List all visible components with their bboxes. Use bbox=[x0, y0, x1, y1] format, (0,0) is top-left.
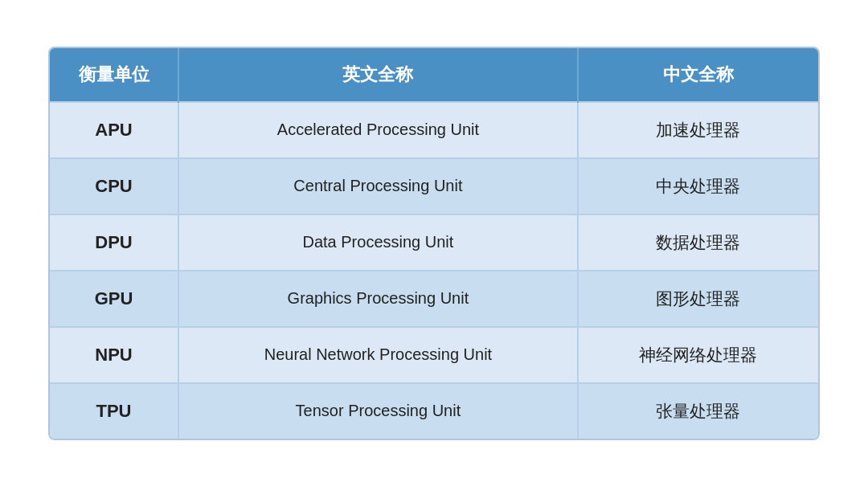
abbr-column-header: 衡量单位 bbox=[50, 48, 178, 102]
chinese-cell: 中央处理器 bbox=[578, 158, 818, 214]
abbr-cell: CPU bbox=[50, 158, 178, 214]
chinese-cell: 数据处理器 bbox=[578, 214, 818, 271]
english-cell: Tensor Processing Unit bbox=[178, 383, 578, 439]
english-cell: Accelerated Processing Unit bbox=[178, 102, 578, 158]
table-row: TPUTensor Processing Unit张量处理器 bbox=[50, 383, 818, 439]
table-row: NPUNeural Network Processing Unit神经网络处理器 bbox=[50, 327, 818, 383]
table-header: 衡量单位 英文全称 中文全称 bbox=[50, 48, 818, 102]
english-column-header: 英文全称 bbox=[178, 48, 578, 102]
english-cell: Neural Network Processing Unit bbox=[178, 327, 578, 383]
chinese-cell: 张量处理器 bbox=[578, 383, 818, 439]
abbr-cell: GPU bbox=[50, 271, 178, 327]
chinese-column-header: 中文全称 bbox=[578, 48, 818, 102]
abbr-cell: DPU bbox=[50, 214, 178, 271]
abbr-cell: NPU bbox=[50, 327, 178, 383]
english-cell: Data Processing Unit bbox=[178, 214, 578, 271]
table-row: GPUGraphics Processing Unit图形处理器 bbox=[50, 271, 818, 327]
chinese-cell: 神经网络处理器 bbox=[578, 327, 818, 383]
table-row: APUAccelerated Processing Unit加速处理器 bbox=[50, 102, 818, 158]
english-cell: Graphics Processing Unit bbox=[178, 271, 578, 327]
chinese-cell: 加速处理器 bbox=[578, 102, 818, 158]
header-row: 衡量单位 英文全称 中文全称 bbox=[50, 48, 818, 102]
processing-units-table: 衡量单位 英文全称 中文全称 APUAccelerated Processing… bbox=[50, 48, 818, 439]
english-cell: Central Processing Unit bbox=[178, 158, 578, 214]
chinese-cell: 图形处理器 bbox=[578, 271, 818, 327]
table-body: APUAccelerated Processing Unit加速处理器CPUCe… bbox=[50, 102, 818, 439]
table-row: DPUData Processing Unit数据处理器 bbox=[50, 214, 818, 271]
main-table-container: 衡量单位 英文全称 中文全称 APUAccelerated Processing… bbox=[48, 47, 820, 440]
abbr-cell: TPU bbox=[50, 383, 178, 439]
abbr-cell: APU bbox=[50, 102, 178, 158]
table-row: CPUCentral Processing Unit中央处理器 bbox=[50, 158, 818, 214]
